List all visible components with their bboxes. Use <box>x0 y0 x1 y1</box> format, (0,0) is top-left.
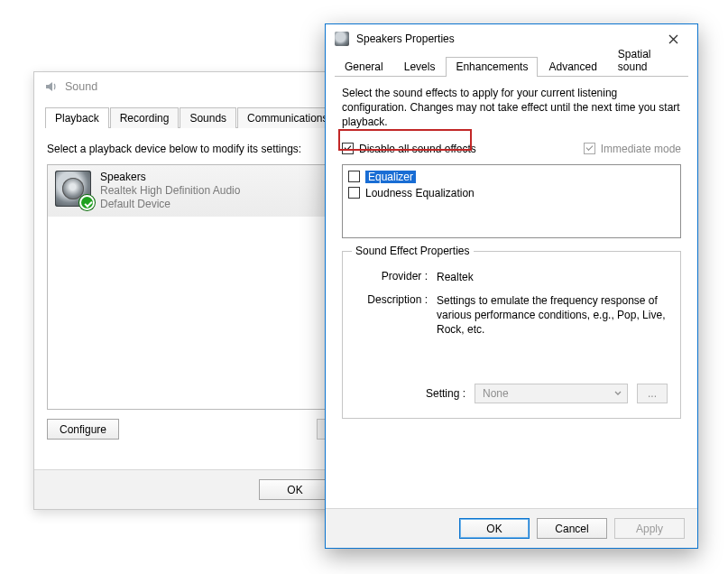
disable-all-checkbox[interactable]: Disable all sound effects <box>342 143 476 155</box>
checkbox-icon <box>342 143 354 154</box>
tab-enhancements[interactable]: Enhancements <box>446 57 538 77</box>
immediate-mode-label: Immediate mode <box>601 143 681 155</box>
checkbox-icon[interactable] <box>348 187 360 199</box>
effect-item-loudness-eq[interactable]: Loudness Equalization <box>346 185 677 201</box>
tab-playback[interactable]: Playback <box>45 107 109 128</box>
device-description: Realtek High Definition Audio <box>100 184 240 198</box>
tab-advanced[interactable]: Advanced <box>539 57 606 77</box>
effect-label: Equalizer <box>365 171 416 183</box>
speaker-icon <box>55 171 91 207</box>
effect-item-equalizer[interactable]: Equalizer <box>346 169 677 185</box>
tab-sounds[interactable]: Sounds <box>180 107 236 128</box>
effect-label: Loudness Equalization <box>365 187 475 199</box>
props-apply-button[interactable]: Apply <box>614 518 685 539</box>
description-label: Description : <box>355 293 428 338</box>
enhancements-intro: Select the sound effects to apply for yo… <box>342 86 681 130</box>
props-title-icon <box>335 32 349 46</box>
tab-communications[interactable]: Communications <box>237 107 337 128</box>
checkbox-icon <box>584 143 595 154</box>
configure-button[interactable]: Configure <box>47 419 119 440</box>
sound-effect-properties-group: Sound Effect Properties Provider : Realt… <box>342 251 681 420</box>
sound-title-icon <box>43 79 58 94</box>
chevron-down-icon <box>614 390 622 397</box>
sound-title: Sound <box>65 80 97 93</box>
provider-label: Provider : <box>355 270 428 284</box>
device-name: Speakers <box>100 171 240 184</box>
props-tabs: General Levels Enhancements Advanced Spa… <box>335 55 688 77</box>
props-cancel-button[interactable]: Cancel <box>537 518 607 539</box>
props-body: Select the sound effects to apply for yo… <box>326 77 697 508</box>
speakers-properties-window: Speakers Properties General Levels Enhan… <box>325 23 698 549</box>
tab-recording[interactable]: Recording <box>110 107 180 128</box>
tab-levels[interactable]: Levels <box>394 57 446 77</box>
checkbox-icon[interactable] <box>348 171 360 182</box>
immediate-mode-checkbox: Immediate mode <box>584 143 681 155</box>
effects-listbox[interactable]: Equalizer Loudness Equalization <box>342 164 681 238</box>
device-text: Speakers Realtek High Definition Audio D… <box>100 171 240 211</box>
setting-combobox[interactable]: None <box>475 384 628 403</box>
setting-more-button[interactable]: ... <box>637 384 668 403</box>
effect-setting-row: Setting : None ... <box>355 384 668 403</box>
tab-general[interactable]: General <box>335 57 393 77</box>
close-icon <box>668 34 678 44</box>
description-value: Settings to emulate the frequency respon… <box>437 293 668 338</box>
props-footer: OK Cancel Apply <box>326 508 697 548</box>
props-title: Speakers Properties <box>356 32 645 45</box>
sound-ok-button[interactable]: OK <box>259 479 331 500</box>
tab-spatial-sound[interactable]: Spatial sound <box>608 44 687 77</box>
props-ok-button[interactable]: OK <box>459 518 530 539</box>
provider-value: Realtek <box>437 270 668 284</box>
setting-label: Setting : <box>426 387 465 400</box>
group-legend: Sound Effect Properties <box>352 245 474 257</box>
device-status: Default Device <box>100 198 240 211</box>
default-badge-icon <box>79 195 95 210</box>
disable-all-label: Disable all sound effects <box>359 143 476 155</box>
setting-value: None <box>483 387 509 400</box>
